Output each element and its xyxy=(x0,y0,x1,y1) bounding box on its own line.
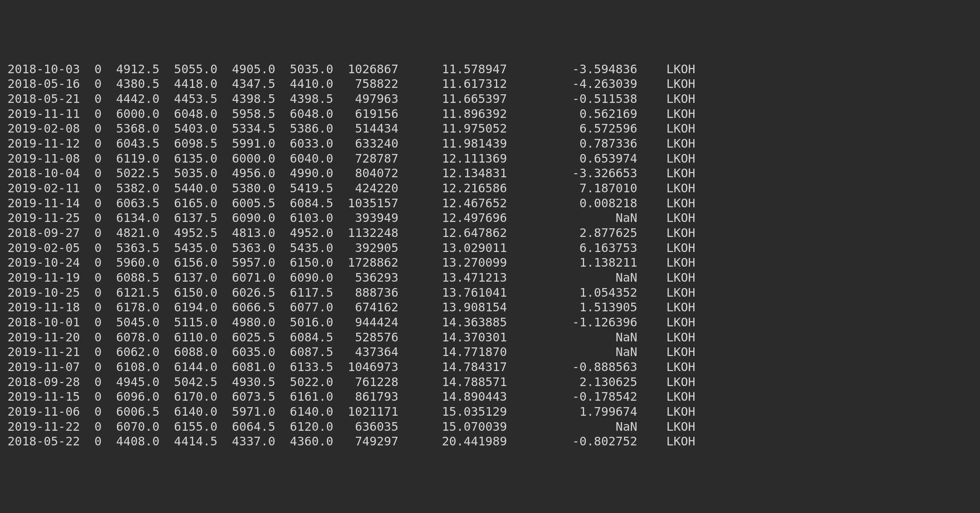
table-row: 2019-02-05 0 5363.5 5435.0 5363.0 5435.0… xyxy=(8,241,972,256)
dataframe-output: 2018-10-03 0 4912.5 5055.0 4905.0 5035.0… xyxy=(0,60,980,451)
table-row: 2018-05-16 0 4380.5 4418.0 4347.5 4410.0… xyxy=(8,76,972,92)
table-row: 2019-11-14 0 6063.5 6165.0 6005.5 6084.5… xyxy=(8,196,972,211)
table-row: 2018-10-03 0 4912.5 5055.0 4905.0 5035.0… xyxy=(8,62,972,77)
table-row: 2019-02-08 0 5368.0 5403.0 5334.5 5386.0… xyxy=(8,121,972,136)
table-row: 2018-10-04 0 5022.5 5035.0 4956.0 4990.0… xyxy=(8,166,972,181)
table-row: 2018-10-01 0 5045.0 5115.0 4980.0 5016.0… xyxy=(8,315,972,330)
table-row: 2019-11-15 0 6096.0 6170.0 6073.5 6161.0… xyxy=(8,389,972,405)
table-row: 2018-09-27 0 4821.0 4952.5 4813.0 4952.0… xyxy=(8,226,972,241)
table-row: 2019-11-21 0 6062.0 6088.0 6035.0 6087.5… xyxy=(8,345,972,360)
table-row: 2018-05-21 0 4442.0 4453.5 4398.5 4398.5… xyxy=(8,92,972,106)
table-row: 2019-11-19 0 6088.5 6137.0 6071.0 6090.0… xyxy=(8,270,972,286)
table-row: 2018-09-28 0 4945.0 5042.5 4930.5 5022.0… xyxy=(8,375,972,390)
table-row: 2019-10-24 0 5960.0 6156.0 5957.0 6150.0… xyxy=(8,256,972,270)
table-row: 2019-11-12 0 6043.5 6098.5 5991.0 6033.0… xyxy=(8,136,972,151)
table-row: 2019-11-06 0 6006.5 6140.0 5971.0 6140.0… xyxy=(8,405,972,419)
table-row: 2019-11-18 0 6178.0 6194.0 6066.5 6077.0… xyxy=(8,300,972,315)
table-row: 2019-11-22 0 6070.0 6155.0 6064.5 6120.0… xyxy=(8,419,972,435)
table-row: 2019-02-11 0 5382.0 5440.0 5380.0 5419.5… xyxy=(8,181,972,196)
table-row: 2019-11-08 0 6119.0 6135.0 6000.0 6040.0… xyxy=(8,151,972,166)
table-row: 2019-11-25 0 6134.0 6137.5 6090.0 6103.0… xyxy=(8,211,972,226)
table-row: 2019-10-25 0 6121.5 6150.0 6026.5 6117.5… xyxy=(8,286,972,300)
table-row: 2018-05-22 0 4408.0 4414.5 4337.0 4360.0… xyxy=(8,434,972,449)
table-row: 2019-11-07 0 6108.0 6144.0 6081.0 6133.5… xyxy=(8,360,972,375)
table-row: 2019-11-11 0 6000.0 6048.0 5958.5 6048.0… xyxy=(8,106,972,122)
table-row: 2019-11-20 0 6078.0 6110.0 6025.5 6084.5… xyxy=(8,330,972,345)
